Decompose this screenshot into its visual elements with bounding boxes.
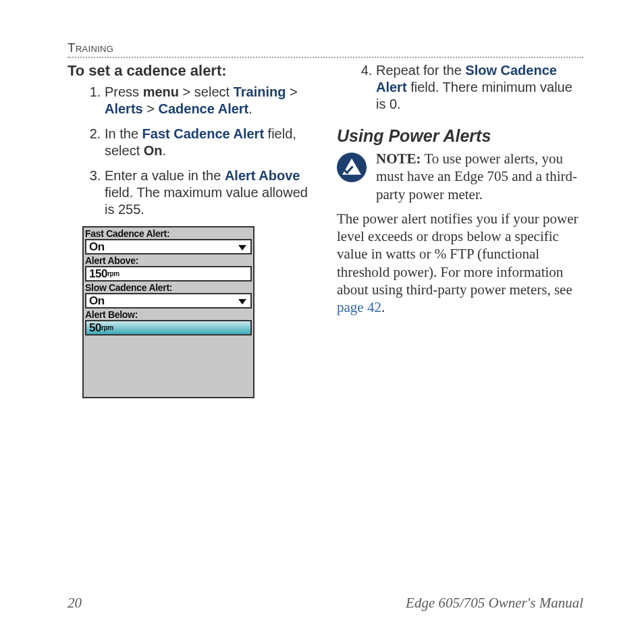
power-body: The power alert notifies you if your pow… [337, 210, 583, 317]
steps-right: Repeat for the Slow Cadence Alert field.… [337, 62, 583, 113]
page-link[interactable]: page 42 [337, 299, 381, 315]
fast-cadence-label: Fast Cadence Alert: [84, 227, 253, 239]
fast-cadence-field[interactable]: On [85, 239, 252, 254]
alert-below-field[interactable]: 50rpm [85, 320, 252, 336]
steps-left: Press menu > select Training > Alerts > … [68, 84, 314, 218]
note-icon [337, 153, 367, 182]
step-4: Repeat for the Slow Cadence Alert field.… [376, 62, 583, 113]
slow-cadence-field[interactable]: On [85, 293, 252, 308]
step-2: In the Fast Cadence Alert field, select … [105, 126, 314, 159]
slow-cadence-label: Slow Cadence Alert: [84, 281, 253, 293]
step-1: Press menu > select Training > Alerts > … [105, 84, 314, 117]
alert-above-label: Alert Above: [84, 254, 253, 266]
note-block: NOTE: To use power alerts, you must have… [337, 150, 583, 203]
page-number: 20 [68, 595, 82, 612]
alert-above-field[interactable]: 150rpm [85, 266, 252, 281]
header-divider [68, 57, 583, 58]
manual-title: Edge 605/705 Owner's Manual [406, 595, 583, 612]
note-text: NOTE: To use power alerts, you must have… [376, 150, 583, 203]
device-screenshot: Fast Cadence Alert: On Alert Above: 150r… [82, 226, 254, 398]
running-head: Training [68, 41, 583, 55]
power-alerts-heading: Using Power Alerts [337, 126, 583, 146]
task-title: To set a cadence alert: [68, 62, 314, 80]
alert-below-label: Alert Below: [84, 308, 253, 320]
step-3: Enter a value in the Alert Above field. … [105, 167, 314, 218]
